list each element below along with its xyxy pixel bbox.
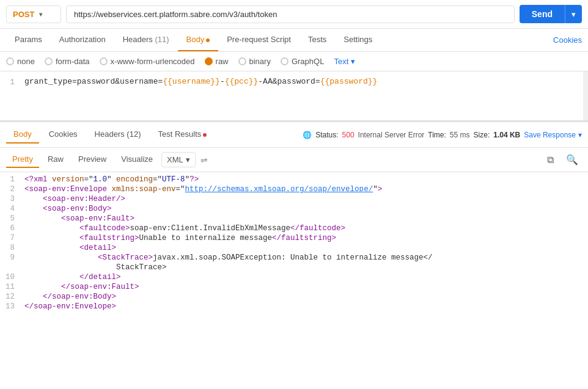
save-response-label: Save Response: [524, 131, 576, 139]
option-binary[interactable]: binary: [238, 57, 271, 66]
fmt-tab-pretty[interactable]: Pretty: [6, 151, 39, 168]
editor-scrollbar[interactable]: [583, 71, 588, 120]
xml-line-5: 5 <soap-env:Fault>: [0, 214, 588, 224]
response-tabs: Body Cookies Headers (12) Test Results: [6, 126, 214, 144]
time-label: Time:: [428, 131, 446, 139]
request-line-1: 1 grant_type=password&username={{usernam…: [0, 76, 588, 87]
response-size: 1.04 KB: [493, 131, 520, 139]
url-input[interactable]: [66, 5, 515, 23]
save-response-chevron-icon: ▾: [578, 131, 582, 139]
text-format-dropdown[interactable]: Text ▾: [334, 57, 355, 66]
method-label: POST: [13, 10, 34, 19]
tab-prerequest[interactable]: Pre-request Script: [218, 29, 300, 51]
xml-line-4: 4 <soap-env:Body>: [0, 204, 588, 214]
resp-tab-headers[interactable]: Headers (12): [87, 126, 149, 144]
request-tabs-row: Params Authorization Headers (11) Body P…: [0, 29, 588, 52]
resp-tab-body[interactable]: Body: [6, 126, 39, 144]
xml-format-dropdown[interactable]: XML ▾: [161, 152, 196, 167]
option-none[interactable]: none: [6, 57, 35, 66]
radio-urlencoded-icon: [100, 57, 108, 65]
xml-line-13: 13 </soap-env:Envelope>: [0, 302, 588, 311]
send-button-group: Send ▾: [520, 5, 582, 23]
xml-line-2: 2 <soap-env:Envelope xmlns:soap-env="htt…: [0, 184, 588, 194]
xml-line-12: 12 </soap-env:Body>: [0, 292, 588, 302]
text-format-label: Text: [334, 57, 348, 66]
fmt-tab-visualize[interactable]: Visualize: [115, 151, 159, 168]
xml-line-9: 9 <StackTrace>javax.xml.soap.SOAPExcepti…: [0, 253, 588, 263]
xml-format-label: XML: [167, 155, 183, 164]
top-bar: POST ▾ Send ▾: [0, 0, 588, 29]
status-label-prefix: Status:: [315, 131, 338, 139]
tab-headers[interactable]: Headers (11): [114, 29, 178, 51]
radio-raw-icon: [205, 57, 213, 65]
request-code-area[interactable]: 1 grant_type=password&username={{usernam…: [0, 71, 588, 120]
xml-line-8: 8 <detail>: [0, 243, 588, 253]
body-options-row: none form-data x-www-form-urlencoded raw…: [0, 52, 588, 71]
resp-tab-cookies[interactable]: Cookies: [42, 126, 85, 144]
xml-line-7: 7 <faultstring>Unable to internalize mes…: [0, 233, 588, 243]
format-actions: ⧉ 🔍: [543, 151, 582, 168]
text-format-chevron-icon: ▾: [351, 57, 355, 66]
response-header-bar: Body Cookies Headers (12) Test Results 🌐…: [0, 122, 588, 148]
xml-line-11: 11 </soap-env:Fault>: [0, 282, 588, 292]
xml-line-10: 10 </detail>: [0, 272, 588, 282]
xml-line-3: 3 <soap-env:Header/>: [0, 194, 588, 204]
word-wrap-icon[interactable]: ⇌: [198, 153, 210, 167]
response-time: 55 ms: [450, 131, 470, 139]
method-chevron-icon: ▾: [39, 11, 42, 18]
tab-tests[interactable]: Tests: [300, 29, 335, 51]
option-form-data[interactable]: form-data: [45, 57, 90, 66]
copy-button[interactable]: ⧉: [543, 151, 557, 168]
radio-binary-icon: [238, 57, 246, 65]
fmt-tab-preview[interactable]: Preview: [72, 151, 112, 168]
globe-icon: 🌐: [303, 131, 312, 139]
radio-none-icon: [6, 57, 14, 65]
xml-line-1: 1 <?xml version="1.0" encoding="UTF-8"?>: [0, 175, 588, 184]
option-raw[interactable]: raw: [205, 57, 229, 66]
xml-line-9b: StackTrace>: [0, 263, 588, 272]
save-response-button[interactable]: Save Response ▾: [524, 131, 582, 139]
send-button[interactable]: Send: [520, 5, 565, 23]
resp-tab-test-results[interactable]: Test Results: [150, 126, 214, 144]
status-text: Internal Server Error: [358, 131, 425, 139]
request-body-editor: 1 grant_type=password&username={{usernam…: [0, 71, 588, 122]
tab-settings[interactable]: Settings: [335, 29, 381, 51]
fmt-tab-raw[interactable]: Raw: [42, 151, 70, 168]
xml-line-6: 6 <faultcode>soap-env:Client.InvalidEbXm…: [0, 224, 588, 233]
cookies-link[interactable]: Cookies: [553, 35, 582, 45]
format-row: Pretty Raw Preview Visualize XML ▾ ⇌ ⧉ 🔍: [0, 148, 588, 172]
radio-graphql-icon: [281, 57, 288, 65]
xml-chevron-icon: ▾: [186, 155, 190, 164]
size-label: Size:: [474, 131, 490, 139]
response-status-info: 🌐 Status: 500 Internal Server Error Time…: [303, 131, 582, 139]
option-graphql[interactable]: GraphQL: [281, 57, 324, 66]
search-button[interactable]: 🔍: [562, 151, 582, 168]
tab-authorization[interactable]: Authorization: [51, 29, 114, 51]
method-selector[interactable]: POST ▾: [6, 5, 61, 23]
status-code: 500: [342, 131, 355, 139]
xml-response-code[interactable]: 1 <?xml version="1.0" encoding="UTF-8"?>…: [0, 172, 588, 362]
tab-body[interactable]: Body: [178, 29, 219, 51]
tab-params[interactable]: Params: [6, 29, 51, 51]
radio-formdata-icon: [45, 57, 53, 65]
option-urlencoded[interactable]: x-www-form-urlencoded: [100, 57, 195, 66]
send-dropdown-button[interactable]: ▾: [565, 5, 582, 23]
